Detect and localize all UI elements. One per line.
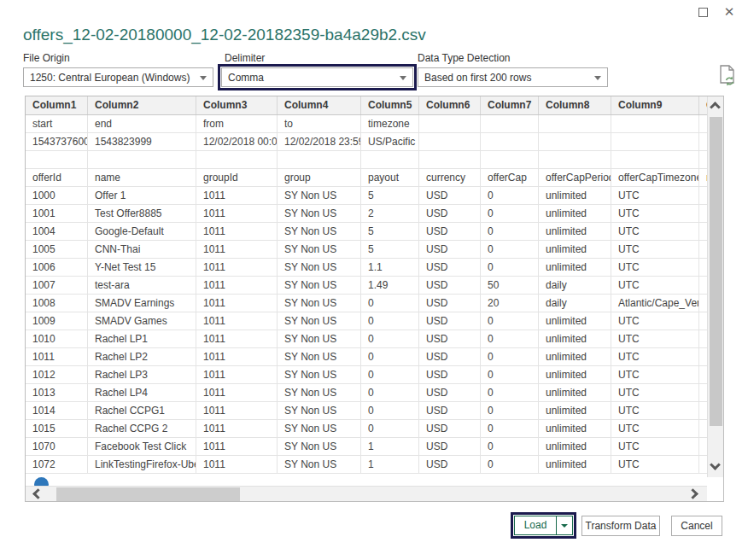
table-cell: USD <box>419 330 481 347</box>
table-cell: SY Non US <box>278 348 361 365</box>
table-cell: USD <box>419 348 481 365</box>
table-cell: SY Non US <box>278 420 361 437</box>
table-cell: 1011 <box>196 241 278 258</box>
page-title: offers_12-02-20180000_12-02-20182359-ba4… <box>23 26 426 44</box>
table-cell <box>611 151 699 168</box>
scroll-left-icon[interactable] <box>32 488 44 499</box>
load-dropdown-icon[interactable] <box>556 516 572 534</box>
table-cell: 1.49 <box>361 277 419 294</box>
table-cell: 1005 <box>26 241 88 258</box>
scroll-down-icon[interactable] <box>710 459 721 470</box>
table-row: 1543737600154382399912/02/2018 00:0012/0… <box>26 133 707 151</box>
table-cell: Rachel CCPG1 <box>88 402 196 419</box>
table-cell: to <box>278 115 361 132</box>
delimiter-select[interactable]: Comma <box>221 67 413 87</box>
horizontal-scrollbar[interactable] <box>26 486 707 501</box>
refresh-preview-icon[interactable] <box>718 64 737 88</box>
table-cell: 0 <box>361 420 419 437</box>
chevron-down-icon <box>200 76 207 80</box>
table-cell: US/Pacific <box>361 133 419 150</box>
table-row: 1004Google-Default1011SY Non US5USD0unli… <box>26 223 707 241</box>
table-cell <box>419 133 481 150</box>
table-cell: unlimited <box>539 348 611 365</box>
table-cell: SY Non US <box>278 366 361 383</box>
table-cell <box>88 151 196 168</box>
table-cell: end <box>88 115 196 132</box>
table-cell: offerCapTimezone <box>611 169 699 186</box>
chevron-down-icon <box>594 76 601 80</box>
file-origin-select[interactable]: 1250: Central European (Windows) <box>23 67 213 87</box>
table-cell: 1014 <box>26 402 88 419</box>
transform-data-button[interactable]: Transform Data <box>581 516 660 536</box>
table-cell: 0 <box>481 259 539 276</box>
table-cell: unlimited <box>539 330 611 347</box>
table-cell: CNN-Thai <box>88 241 196 258</box>
table-cell: unlimited <box>539 223 611 240</box>
table-cell: UTC <box>611 259 699 276</box>
cancel-button[interactable]: Cancel <box>671 516 722 536</box>
table-cell <box>361 151 419 168</box>
table-cell: name <box>88 169 196 186</box>
column-header: Column6 <box>419 96 481 114</box>
scroll-right-icon[interactable] <box>687 488 698 499</box>
table-row: 1014Rachel CCPG11011SY Non US0USD0unlimi… <box>26 402 707 420</box>
table-cell <box>481 133 539 150</box>
vertical-scrollbar-thumb[interactable] <box>710 117 722 426</box>
column-header: Column1 <box>26 96 88 114</box>
table-cell: 1001 <box>26 205 88 222</box>
table-cell: unlimited <box>539 402 611 419</box>
table-cell: 1011 <box>196 187 278 204</box>
table-cell: currency <box>419 169 481 186</box>
table-cell: 1.1 <box>361 259 419 276</box>
table-cell: 0 <box>481 402 539 419</box>
table-row: 1000Offer 11011SY Non US5USD0unlimitedUT… <box>26 187 707 205</box>
table-cell: 1015 <box>26 420 88 437</box>
vertical-scrollbar[interactable] <box>707 96 723 477</box>
table-row: 1011Rachel LP21011SY Non US0USD0unlimite… <box>26 348 707 366</box>
table-cell: 0 <box>481 312 539 330</box>
table-cell: SMADV Earnings <box>88 295 196 312</box>
table-cell: USD <box>419 223 481 240</box>
table-cell: unlimited <box>539 384 611 401</box>
delimiter-focus-ring: Comma <box>218 64 417 90</box>
data-preview-table: Column1Column2Column3Column4Column5Colum… <box>25 96 724 502</box>
table-cell <box>611 115 699 132</box>
table-cell: 0 <box>361 384 419 401</box>
close-icon[interactable]: ✕ <box>722 5 736 19</box>
table-cell: group <box>278 169 361 186</box>
column-header: Column5 <box>361 96 419 114</box>
table-cell: 0 <box>361 402 419 419</box>
table-cell <box>539 133 611 150</box>
chevron-down-icon <box>400 76 406 80</box>
table-cell: USD <box>419 402 481 419</box>
table-cell: 1072 <box>26 456 88 473</box>
table-cell: Google-Default <box>88 223 196 240</box>
table-cell: 1011 <box>196 330 278 347</box>
data-type-detection-select[interactable]: Based on first 200 rows <box>418 67 608 87</box>
table-cell: Rachel LP3 <box>88 366 196 383</box>
table-cell <box>699 277 707 294</box>
table-cell: r <box>699 169 707 186</box>
table-cell: 1011 <box>196 277 278 294</box>
table-cell: USD <box>419 366 481 383</box>
table-cell <box>26 151 88 168</box>
load-split-button[interactable]: Load <box>514 516 573 535</box>
column-header: Column8 <box>539 96 611 114</box>
table-cell: USD <box>419 205 481 222</box>
table-cell: offerId <box>26 169 88 186</box>
table-cell: UTC <box>611 312 699 330</box>
load-button[interactable]: Load <box>515 516 556 534</box>
table-cell: 5 <box>361 241 419 258</box>
table-cell: UTC <box>611 438 699 455</box>
table-cell: 1011 <box>196 366 278 383</box>
table-cell: USD <box>419 295 481 312</box>
table-cell: 1010 <box>26 330 88 347</box>
table-cell: 1011 <box>196 223 278 240</box>
horizontal-scrollbar-thumb[interactable] <box>56 487 240 501</box>
scroll-up-icon[interactable] <box>710 102 721 113</box>
column-header: Column7 <box>481 96 539 114</box>
table-cell: 1011 <box>196 420 278 437</box>
table-cell <box>699 151 707 168</box>
maximize-icon[interactable] <box>698 8 708 17</box>
table-row: 1070Facebook Test Click1011SY Non US1USD… <box>26 438 707 456</box>
